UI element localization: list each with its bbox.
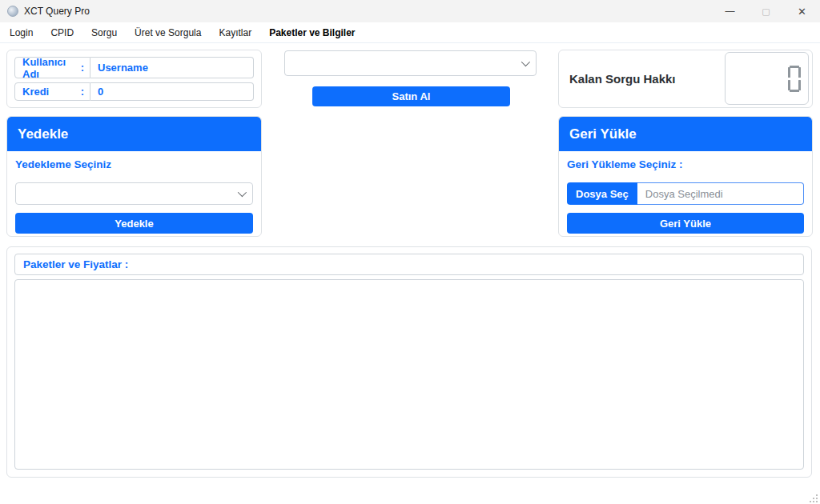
username-label: Kullanıcı Adı : — [14, 57, 90, 78]
backup-select[interactable] — [15, 182, 253, 205]
restore-body: Geri Yükleme Seçiniz : Dosya Seç Dosya S… — [559, 151, 812, 237]
app-icon — [7, 6, 18, 17]
username-row: Kullanıcı Adı : Username — [14, 57, 254, 78]
titlebar: XCT Query Pro — ▢ ✕ — [0, 0, 820, 22]
window-controls: — ▢ ✕ — [712, 0, 820, 22]
packages-header: Paketler ve Fiyatlar : — [14, 254, 804, 275]
tab-bar: Login CPID Sorgu Üret ve Sorgula Kayıtla… — [0, 22, 820, 43]
packages-card: Paketler ve Fiyatlar : — [6, 246, 812, 478]
buy-button[interactable]: Satın Al — [312, 86, 510, 106]
tab-uret-ve-sorgula[interactable]: Üret ve Sorgula — [126, 27, 210, 38]
credit-row: Kredi : 0 — [14, 82, 254, 101]
quota-label: Kalan Sorgu Hakkı — [569, 50, 676, 107]
maximize-icon: ▢ — [762, 6, 770, 17]
file-status-text: Dosya Seçilmedi — [637, 182, 804, 205]
close-icon: ✕ — [798, 6, 806, 18]
package-select[interactable] — [284, 50, 537, 76]
packages-list-area[interactable] — [14, 279, 804, 470]
tab-sorgu[interactable]: Sorgu — [82, 27, 126, 38]
account-card: Kullanıcı Adı : Username Kredi : 0 — [6, 50, 262, 108]
quota-value-digit — [788, 66, 801, 92]
main-content: Kullanıcı Adı : Username Kredi : 0 Satın… — [0, 43, 820, 504]
username-label-colon: : — [81, 62, 84, 74]
tab-login[interactable]: Login — [10, 27, 42, 38]
tab-kayitlar[interactable]: Kayıtlar — [210, 27, 260, 38]
chevron-down-icon — [521, 58, 530, 66]
quota-card: Kalan Sorgu Hakkı — [558, 50, 813, 108]
backup-button[interactable]: Yedekle — [15, 213, 253, 234]
username-field[interactable]: Username — [90, 57, 254, 78]
credit-label: Kredi : — [14, 82, 90, 101]
credit-label-text: Kredi — [22, 86, 49, 98]
minimize-icon: — — [726, 6, 735, 17]
backup-button-label: Yedekle — [115, 218, 153, 230]
restore-file-input[interactable]: Dosya Seç Dosya Seçilmedi — [567, 182, 804, 205]
credit-field[interactable]: 0 — [90, 82, 254, 101]
buy-button-label: Satın Al — [392, 90, 431, 102]
credit-label-colon: : — [81, 86, 84, 98]
tab-paketler-ve-bilgiler[interactable]: Paketler ve Bilgiler — [260, 27, 364, 38]
close-button[interactable]: ✕ — [784, 0, 820, 22]
restore-select-label: Geri Yükleme Seçiniz : — [567, 158, 804, 170]
username-label-text: Kullanıcı Adı — [22, 56, 81, 80]
minimize-button[interactable]: — — [712, 0, 748, 22]
backup-header: Yedekle — [7, 117, 261, 151]
restore-button[interactable]: Geri Yükle — [567, 213, 804, 234]
backup-select-label: Yedekleme Seçiniz — [15, 158, 253, 170]
restore-button-label: Geri Yükle — [660, 218, 711, 230]
backup-body: Yedekleme Seçiniz Yedekle — [7, 151, 261, 237]
quota-display — [725, 52, 809, 105]
chevron-down-icon — [238, 188, 247, 197]
restore-header: Geri Yükle — [559, 117, 812, 151]
maximize-button[interactable]: ▢ — [748, 0, 784, 22]
tab-cpid[interactable]: CPID — [42, 27, 82, 38]
backup-card: Yedekle Yedekleme Seçiniz Yedekle — [6, 116, 262, 237]
window-title: XCT Query Pro — [24, 6, 90, 17]
restore-card: Geri Yükle Geri Yükleme Seçiniz : Dosya … — [558, 116, 813, 237]
resize-grip-icon[interactable] — [808, 493, 818, 502]
file-select-button[interactable]: Dosya Seç — [567, 182, 637, 205]
